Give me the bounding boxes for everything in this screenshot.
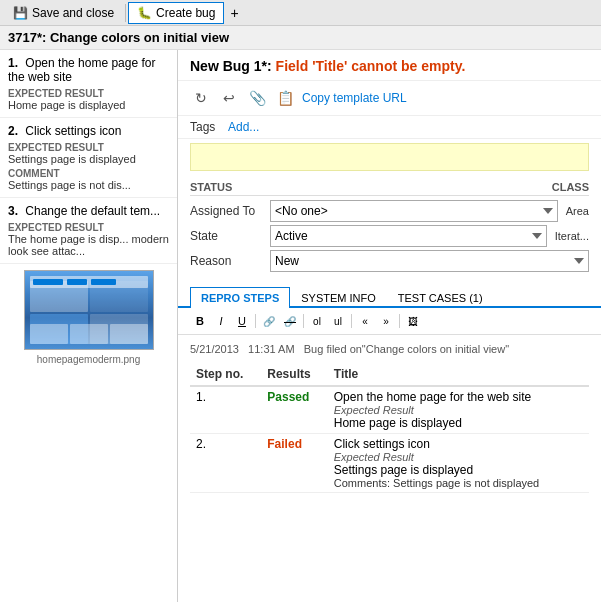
table-row: 1. Passed Open the home page for the web… bbox=[190, 386, 589, 434]
bug-icon: 🐛 bbox=[137, 6, 152, 20]
status-header: STATUS CLASS bbox=[190, 181, 589, 196]
page-title: 3717*: Change colors on initial view bbox=[0, 26, 601, 50]
row-2-result: Failed bbox=[261, 434, 327, 493]
row-2-step: 2. bbox=[190, 434, 261, 493]
underline-button[interactable]: U bbox=[232, 311, 252, 331]
bug-filed-info: 5/21/2013 11:31 AM Bug filed on"Change c… bbox=[190, 343, 589, 355]
steps-table: Step no. Results Title 1. Passed Open th… bbox=[190, 363, 589, 493]
assigned-to-select[interactable]: <No one> bbox=[270, 200, 558, 222]
create-bug-button[interactable]: 🐛 Create bug bbox=[128, 2, 224, 24]
insert-link-button[interactable]: 🔗 bbox=[259, 311, 279, 331]
copy-template-url-link[interactable]: Copy template URL bbox=[302, 91, 407, 105]
bug-header: New Bug 1*: Field 'Title' cannot be empt… bbox=[178, 50, 601, 81]
title-input[interactable] bbox=[191, 148, 588, 166]
reason-row: Reason New bbox=[190, 250, 589, 272]
row-2-comments-label: Comments: bbox=[334, 477, 390, 489]
row-1-title-cell: Open the home page for the web site Expe… bbox=[328, 386, 589, 434]
row-2-comments: Comments: Settings page is not displayed bbox=[334, 477, 583, 489]
class-label: CLASS bbox=[552, 181, 589, 193]
tab-repro-steps[interactable]: REPRO STEPS bbox=[190, 287, 290, 308]
left-panel: 1. Open the home page for the web site E… bbox=[0, 50, 178, 602]
undo-button[interactable]: ↩ bbox=[218, 87, 240, 109]
tab-test-cases[interactable]: TEST CASES (1) bbox=[387, 287, 494, 308]
status-section: STATUS CLASS Assigned To <No one> Area S… bbox=[178, 175, 601, 281]
tabs-bar: REPRO STEPS SYSTEM INFO TEST CASES (1) bbox=[178, 287, 601, 308]
tags-label: Tags bbox=[190, 120, 220, 134]
thumbnail-label: homepagemoderm.png bbox=[6, 354, 171, 365]
toolbar-separator bbox=[125, 4, 126, 22]
row-2-expected-label: Expected Result bbox=[334, 451, 583, 463]
assigned-to-label: Assigned To bbox=[190, 204, 270, 218]
add-tags-button[interactable]: Add... bbox=[228, 120, 259, 134]
ordered-list-button[interactable]: ol bbox=[307, 311, 327, 331]
step-2-comment-label: COMMENT bbox=[8, 168, 169, 179]
step-1-number: 1. bbox=[8, 56, 18, 70]
step-3-number: 3. bbox=[8, 204, 18, 218]
outdent-button[interactable]: « bbox=[355, 311, 375, 331]
step-2-comment-value: Settings page is not dis... bbox=[8, 179, 169, 191]
italic-button[interactable]: I bbox=[211, 311, 231, 331]
tab-test-cases-label: TEST CASES (1) bbox=[398, 292, 483, 304]
step-3-title: Change the default tem... bbox=[25, 204, 160, 218]
step-3-expected-value: The home page is disp... modern look see… bbox=[8, 233, 169, 257]
row-2-expected-value: Settings page is displayed bbox=[334, 463, 583, 477]
rte-sep-4 bbox=[399, 314, 400, 328]
page-title-text: 3717*: Change colors on initial view bbox=[8, 30, 229, 45]
status-label: STATUS bbox=[190, 181, 232, 193]
bug-title-prefix: New Bug 1*: bbox=[190, 58, 272, 74]
step-1-expected-label: EXPECTED RESULT bbox=[8, 88, 169, 99]
save-close-label: Save and close bbox=[32, 6, 114, 20]
step-2-expected-label: EXPECTED RESULT bbox=[8, 142, 169, 153]
save-icon: 💾 bbox=[13, 6, 28, 20]
remove-link-button[interactable]: 🔗 bbox=[280, 311, 300, 331]
state-label: State bbox=[190, 229, 270, 243]
unordered-list-button[interactable]: ul bbox=[328, 311, 348, 331]
step-3: 3. Change the default tem... EXPECTED RE… bbox=[0, 198, 177, 264]
filed-time: 11:31 AM bbox=[248, 343, 294, 355]
tags-row: Tags Add... bbox=[178, 116, 601, 139]
rte-sep-2 bbox=[303, 314, 304, 328]
step-1-expected-value: Home page is displayed bbox=[8, 99, 169, 111]
rte-toolbar: B I U 🔗 🔗 ol ul « » 🖼 bbox=[178, 308, 601, 335]
tab-repro-steps-label: REPRO STEPS bbox=[201, 292, 279, 304]
class-area-value: Area bbox=[566, 205, 589, 217]
tab-system-info-label: SYSTEM INFO bbox=[301, 292, 376, 304]
right-panel: New Bug 1*: Field 'Title' cannot be empt… bbox=[178, 50, 601, 602]
step-2-number: 2. bbox=[8, 124, 18, 138]
insert-image-button[interactable]: 🖼 bbox=[403, 311, 423, 331]
thumbnail-area: homepagemoderm.png bbox=[0, 264, 177, 371]
refresh-button[interactable]: ↻ bbox=[190, 87, 212, 109]
plus-icon: + bbox=[230, 5, 238, 21]
step-2: 2. Click settings icon EXPECTED RESULT S… bbox=[0, 118, 177, 198]
copy-button[interactable]: 📋 bbox=[274, 87, 296, 109]
table-row: 2. Failed Click settings icon Expected R… bbox=[190, 434, 589, 493]
toolbar: 💾 Save and close 🐛 Create bug + bbox=[0, 0, 601, 26]
bold-button[interactable]: B bbox=[190, 311, 210, 331]
col-title: Title bbox=[328, 363, 589, 386]
row-1-expected-value: Home page is displayed bbox=[334, 416, 583, 430]
col-step-no: Step no. bbox=[190, 363, 261, 386]
step-1-title: Open the home page for the web site bbox=[8, 56, 155, 84]
steps-content: 5/21/2013 11:31 AM Bug filed on"Change c… bbox=[178, 335, 601, 501]
create-bug-label: Create bug bbox=[156, 6, 215, 20]
state-select[interactable]: Active bbox=[270, 225, 547, 247]
class-iter-value: Iterat... bbox=[555, 230, 589, 242]
rte-sep-1 bbox=[255, 314, 256, 328]
title-input-area bbox=[190, 143, 589, 171]
col-results: Results bbox=[261, 363, 327, 386]
row-1-title: Open the home page for the web site bbox=[334, 390, 583, 404]
row-1-result: Passed bbox=[261, 386, 327, 434]
row-1-step: 1. bbox=[190, 386, 261, 434]
row-2-title: Click settings icon bbox=[334, 437, 583, 451]
reason-label: Reason bbox=[190, 254, 270, 268]
indent-button[interactable]: » bbox=[376, 311, 396, 331]
save-close-button[interactable]: 💾 Save and close bbox=[4, 2, 123, 24]
rte-sep-3 bbox=[351, 314, 352, 328]
tab-system-info[interactable]: SYSTEM INFO bbox=[290, 287, 387, 308]
bug-title-error: Field 'Title' cannot be empty. bbox=[276, 58, 466, 74]
attachment-button[interactable]: 📎 bbox=[246, 87, 268, 109]
step-3-expected-label: EXPECTED RESULT bbox=[8, 222, 169, 233]
add-tab-button[interactable]: + bbox=[224, 3, 244, 23]
thumbnail-image bbox=[24, 270, 154, 350]
reason-select[interactable]: New bbox=[270, 250, 589, 272]
